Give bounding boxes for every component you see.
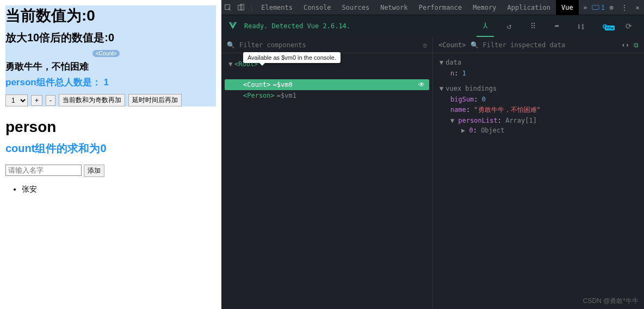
messages-badge[interactable]: 1: [592, 4, 605, 11]
section-data[interactable]: ▼data: [439, 59, 637, 66]
tab-vue[interactable]: Vue: [556, 0, 579, 15]
search-icon: 🔍: [470, 41, 479, 49]
routes-tool-icon[interactable]: ➦: [548, 22, 566, 30]
filter-components-input[interactable]: [239, 41, 419, 49]
vuex-tool-icon[interactable]: ⠿: [524, 22, 542, 30]
perf-tool-icon[interactable]: ⫾⫿: [572, 22, 590, 30]
tab-sources[interactable]: Sources: [337, 0, 375, 15]
odd-add-button[interactable]: 当前数和为奇数再加: [59, 94, 125, 106]
heading-times10: 放大10倍后的数值是:0: [5, 30, 216, 45]
vue-logo-icon: [228, 21, 238, 31]
device-icon[interactable]: [234, 3, 247, 11]
close-icon[interactable]: ✕: [631, 4, 644, 11]
open-external-icon[interactable]: ⧉: [634, 41, 639, 49]
more-tabs-icon[interactable]: »: [579, 4, 592, 11]
inspected-component: <Count>: [438, 41, 466, 49]
watermark: CSDN @勇敢*牛牛: [583, 297, 639, 306]
tab-performance[interactable]: Performance: [413, 0, 467, 15]
count-sum: count组件的求和为0: [5, 141, 216, 156]
tab-console[interactable]: Console: [298, 0, 337, 15]
filter-inspected-input[interactable]: [483, 41, 617, 49]
timeline-tool-icon[interactable]: ↺: [500, 22, 518, 30]
vue-status: Ready. Detected Vue 2.6.14.: [244, 22, 350, 30]
target-icon[interactable]: ◎: [423, 41, 427, 49]
data-n: n: 1: [439, 68, 637, 78]
console-tooltip: Available as $vm0 in the console.: [243, 52, 340, 63]
vuex-bigsum: bigSum: 0: [439, 94, 637, 104]
svg-rect-1: [238, 5, 242, 10]
section-vuex[interactable]: ▼vuex bindings: [439, 85, 637, 92]
delay-add-button[interactable]: 延时时间后再加: [128, 94, 182, 106]
tree-count[interactable]: <Count> = $vm0 👁: [225, 79, 429, 90]
settings-icon[interactable]: ⚙: [605, 4, 618, 11]
person-total: person组件总人数是： 1: [5, 76, 216, 89]
svg-rect-3: [592, 5, 599, 9]
brave-text: 勇敢牛牛，不怕困难: [5, 60, 216, 73]
personlist-0[interactable]: ▶ 0: Object: [439, 125, 637, 135]
name-input[interactable]: [5, 165, 82, 176]
list-item: 张安: [22, 185, 216, 194]
person-title: person: [5, 118, 216, 136]
search-icon: 🔍: [227, 41, 235, 49]
tab-application[interactable]: Application: [502, 0, 556, 15]
vuex-personlist[interactable]: ▼ personList: Array[1]: [439, 116, 637, 125]
eye-icon[interactable]: 👁: [418, 81, 425, 89]
devtools-tabbar: | Elements Console Sources Network Perfo…: [221, 0, 644, 15]
tab-network[interactable]: Network: [375, 0, 413, 15]
plus-button[interactable]: +: [31, 95, 42, 106]
settings-tool-icon[interactable]: ⚙new: [596, 22, 614, 30]
tab-memory[interactable]: Memory: [467, 0, 501, 15]
inspect-icon[interactable]: [221, 3, 234, 11]
add-button[interactable]: 添加: [84, 165, 104, 177]
vuex-name: name: "勇敢牛牛，不怕困难": [439, 104, 637, 116]
kebab-icon[interactable]: ⋮: [618, 4, 631, 11]
refresh-tool-icon[interactable]: ⟳: [620, 22, 637, 30]
tree-person[interactable]: <Person> = $vm1: [225, 90, 429, 101]
count-badge: <Count>: [92, 50, 120, 57]
code-icon[interactable]: ‹›: [622, 41, 629, 49]
tab-elements[interactable]: Elements: [256, 0, 298, 15]
minus-button[interactable]: -: [46, 95, 55, 106]
heading-current-value: 当前数值为:0: [5, 5, 216, 26]
increment-select[interactable]: 1: [5, 94, 28, 106]
components-tool-icon[interactable]: ⅄: [476, 15, 494, 37]
